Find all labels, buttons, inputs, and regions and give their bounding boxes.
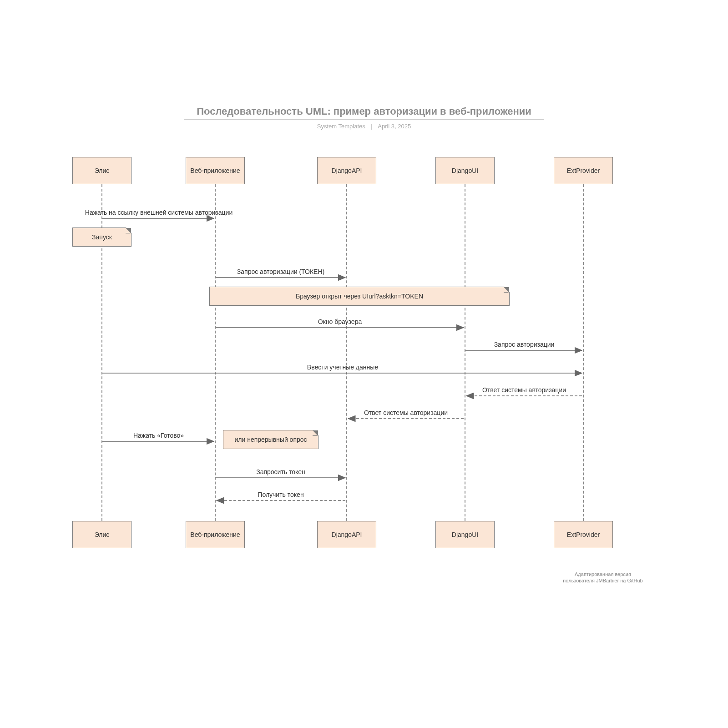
lifeline-djangoapi [346, 184, 347, 521]
participant-alice-bottom: Элис [72, 521, 131, 548]
participant-label: DjangoUI [452, 531, 478, 538]
diagram-canvas: Последовательность UML: пример авторизац… [0, 0, 728, 728]
msg-auth-response-2: Ответ системы авторизации [347, 409, 465, 416]
msg-request-token: Запросить токен [216, 468, 346, 475]
participant-label: ExtProvider [567, 531, 600, 538]
note-label: Запуск [92, 233, 112, 241]
participant-webapp-top: Веб-приложение [186, 157, 245, 184]
title-underline [184, 119, 544, 120]
credit-line-2: пользователя JMBarbier на GitHub [546, 577, 660, 584]
participant-label: DjangoUI [452, 167, 478, 174]
participant-djangoui-bottom: DjangoUI [435, 521, 495, 548]
lifeline-djangoui [465, 184, 465, 521]
note-start: Запуск [72, 228, 131, 247]
subtitle-date: April 3, 2025 [378, 123, 411, 130]
msg-auth-request-token: Запрос авторизации (ТОКЕН) [216, 268, 346, 275]
participant-label: Веб-приложение [190, 531, 240, 538]
participant-djangoapi-top: DjangoAPI [317, 157, 376, 184]
participant-label: Веб-приложение [190, 167, 240, 174]
participant-djangoapi-bottom: DjangoAPI [317, 521, 376, 548]
msg-click-done: Нажать «Готово» [102, 432, 215, 439]
participant-label: DjangoAPI [332, 531, 362, 538]
msg-browser-window: Окно браузера [216, 318, 464, 325]
participant-webapp-bottom: Веб-приложение [186, 521, 245, 548]
note-label: Браузер открыт через UIurl?asktkn=TOKEN [296, 293, 423, 300]
subtitle-author: System Templates [317, 123, 365, 130]
participant-djangoui-top: DjangoUI [435, 157, 495, 184]
participant-label: Элис [95, 167, 110, 174]
lifeline-extprovider [583, 184, 584, 521]
subtitle-separator [371, 124, 372, 130]
credit-text: Адаптированная версия пользователя JMBar… [546, 571, 660, 584]
msg-auth-request: Запрос авторизации [465, 341, 583, 348]
diagram-title: Последовательность UML: пример авторизац… [0, 106, 728, 117]
participant-label: DjangoAPI [332, 167, 362, 174]
msg-auth-response-1: Ответ системы авторизации [465, 386, 583, 394]
note-browser: Браузер открыт через UIurl?asktkn=TOKEN [209, 287, 510, 306]
participant-label: Элис [95, 531, 110, 538]
participant-alice-top: Элис [72, 157, 131, 184]
participant-label: ExtProvider [567, 167, 600, 174]
diagram-subtitle: System Templates April 3, 2025 [0, 123, 728, 130]
msg-enter-credentials: Ввести учетные данные [102, 364, 583, 371]
msg-receive-token: Получить токен [216, 491, 346, 498]
participant-extprovider-top: ExtProvider [554, 157, 613, 184]
credit-line-1: Адаптированная версия [546, 571, 660, 577]
msg-click-external-auth: Нажать на ссылку внешней системы авториз… [73, 209, 245, 216]
participant-extprovider-bottom: ExtProvider [554, 521, 613, 548]
note-label: или непрерывный опрос [234, 436, 307, 443]
note-poll: или непрерывный опрос [223, 430, 318, 449]
